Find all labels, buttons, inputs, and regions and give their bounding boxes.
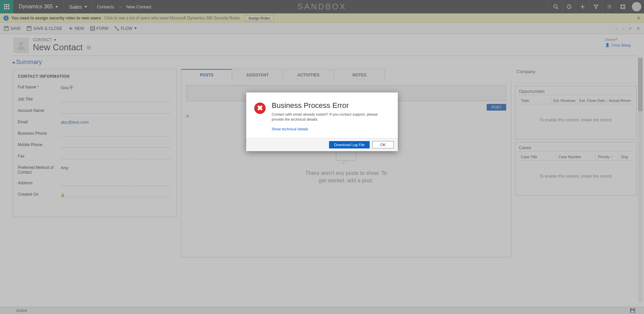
error-title: Business Process Error	[272, 101, 390, 110]
ok-button[interactable]: OK	[372, 141, 394, 148]
error-message: Contact with email already exists!!! If …	[272, 112, 390, 122]
error-dialog: ✖ Business Process Error Contact with em…	[246, 92, 398, 151]
download-log-button[interactable]: Download Log File	[329, 141, 370, 148]
modal-backdrop	[0, 0, 644, 314]
error-icon: ✖	[254, 103, 266, 114]
show-technical-details-link[interactable]: Show technical details	[272, 127, 308, 131]
